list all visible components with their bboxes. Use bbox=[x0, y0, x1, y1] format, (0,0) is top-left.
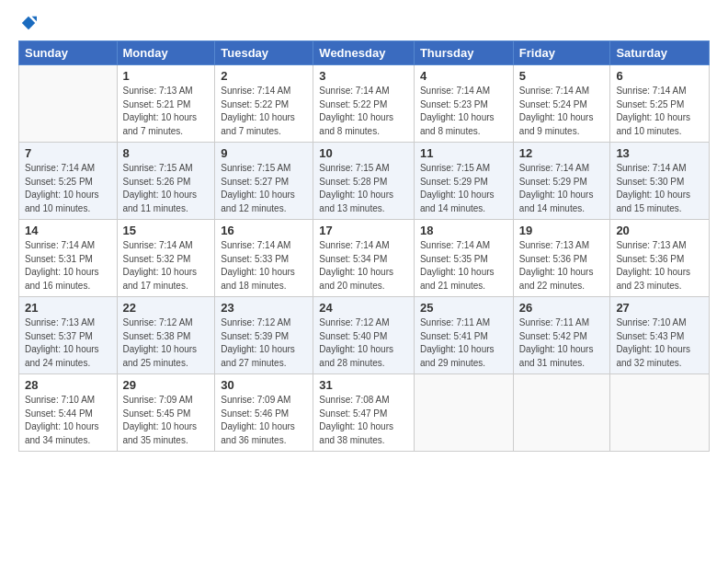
day-number: 23 bbox=[221, 301, 307, 315]
day-cell: 21Sunrise: 7:13 AMSunset: 5:37 PMDayligh… bbox=[19, 297, 118, 374]
day-info: Sunrise: 7:13 AMSunset: 5:37 PMDaylight:… bbox=[25, 316, 111, 370]
day-number: 13 bbox=[616, 146, 703, 160]
day-cell: 18Sunrise: 7:14 AMSunset: 5:35 PMDayligh… bbox=[414, 220, 513, 297]
day-number: 20 bbox=[616, 224, 703, 237]
day-number: 11 bbox=[420, 146, 507, 160]
day-number: 27 bbox=[616, 301, 703, 315]
day-cell: 13Sunrise: 7:14 AMSunset: 5:30 PMDayligh… bbox=[610, 143, 710, 220]
day-cell: 1Sunrise: 7:13 AMSunset: 5:21 PMDaylight… bbox=[117, 65, 215, 143]
day-number: 21 bbox=[25, 301, 111, 315]
day-cell: 16Sunrise: 7:14 AMSunset: 5:33 PMDayligh… bbox=[215, 220, 313, 297]
day-cell bbox=[513, 374, 610, 452]
week-row-0: 1Sunrise: 7:13 AMSunset: 5:21 PMDaylight… bbox=[19, 65, 710, 143]
day-number: 26 bbox=[519, 301, 605, 315]
day-info: Sunrise: 7:12 AMSunset: 5:38 PMDaylight:… bbox=[123, 316, 210, 370]
calendar-table: SundayMondayTuesdayWednesdayThursdayFrid… bbox=[18, 40, 710, 452]
day-info: Sunrise: 7:15 AMSunset: 5:28 PMDaylight:… bbox=[319, 162, 408, 215]
weekday-header-friday: Friday bbox=[513, 41, 610, 65]
page-container: SundayMondayTuesdayWednesdayThursdayFrid… bbox=[0, 0, 728, 563]
day-number: 16 bbox=[221, 224, 307, 237]
day-cell: 11Sunrise: 7:15 AMSunset: 5:29 PMDayligh… bbox=[414, 143, 513, 220]
day-cell: 28Sunrise: 7:10 AMSunset: 5:44 PMDayligh… bbox=[19, 374, 118, 452]
day-number: 3 bbox=[319, 69, 408, 83]
week-row-3: 21Sunrise: 7:13 AMSunset: 5:37 PMDayligh… bbox=[19, 297, 710, 374]
day-number: 24 bbox=[319, 301, 408, 315]
day-info: Sunrise: 7:14 AMSunset: 5:35 PMDaylight:… bbox=[420, 239, 507, 293]
day-cell: 9Sunrise: 7:15 AMSunset: 5:27 PMDaylight… bbox=[215, 143, 313, 220]
day-info: Sunrise: 7:10 AMSunset: 5:43 PMDaylight:… bbox=[616, 316, 703, 370]
day-cell: 4Sunrise: 7:14 AMSunset: 5:23 PMDaylight… bbox=[414, 65, 513, 143]
day-number: 18 bbox=[420, 224, 507, 237]
day-number: 12 bbox=[519, 146, 605, 160]
week-row-4: 28Sunrise: 7:10 AMSunset: 5:44 PMDayligh… bbox=[19, 374, 710, 452]
day-number: 28 bbox=[25, 378, 111, 392]
day-number: 30 bbox=[221, 378, 307, 392]
week-row-2: 14Sunrise: 7:14 AMSunset: 5:31 PMDayligh… bbox=[19, 220, 710, 297]
day-number: 2 bbox=[221, 69, 307, 83]
day-info: Sunrise: 7:13 AMSunset: 5:36 PMDaylight:… bbox=[616, 239, 703, 293]
day-info: Sunrise: 7:13 AMSunset: 5:21 PMDaylight:… bbox=[123, 85, 210, 138]
day-info: Sunrise: 7:15 AMSunset: 5:27 PMDaylight:… bbox=[221, 162, 307, 215]
day-info: Sunrise: 7:13 AMSunset: 5:36 PMDaylight:… bbox=[519, 239, 605, 293]
day-number: 14 bbox=[25, 224, 111, 237]
day-cell: 14Sunrise: 7:14 AMSunset: 5:31 PMDayligh… bbox=[19, 220, 118, 297]
day-number: 6 bbox=[616, 69, 703, 83]
logo bbox=[18, 15, 37, 31]
weekday-header-saturday: Saturday bbox=[610, 41, 710, 65]
day-cell: 29Sunrise: 7:09 AMSunset: 5:45 PMDayligh… bbox=[117, 374, 215, 452]
day-info: Sunrise: 7:11 AMSunset: 5:41 PMDaylight:… bbox=[420, 316, 507, 370]
day-cell: 15Sunrise: 7:14 AMSunset: 5:32 PMDayligh… bbox=[117, 220, 215, 297]
day-number: 31 bbox=[319, 378, 408, 392]
day-number: 10 bbox=[319, 146, 408, 160]
weekday-header-monday: Monday bbox=[117, 41, 215, 65]
day-cell: 23Sunrise: 7:12 AMSunset: 5:39 PMDayligh… bbox=[215, 297, 313, 374]
day-number: 19 bbox=[519, 224, 605, 237]
day-cell: 3Sunrise: 7:14 AMSunset: 5:22 PMDaylight… bbox=[313, 65, 415, 143]
day-info: Sunrise: 7:14 AMSunset: 5:31 PMDaylight:… bbox=[25, 239, 111, 293]
day-number: 29 bbox=[123, 378, 210, 392]
day-cell: 31Sunrise: 7:08 AMSunset: 5:47 PMDayligh… bbox=[313, 374, 415, 452]
day-info: Sunrise: 7:14 AMSunset: 5:29 PMDaylight:… bbox=[519, 162, 605, 215]
day-cell: 10Sunrise: 7:15 AMSunset: 5:28 PMDayligh… bbox=[313, 143, 415, 220]
day-number: 8 bbox=[123, 146, 210, 160]
day-info: Sunrise: 7:10 AMSunset: 5:44 PMDaylight:… bbox=[25, 394, 111, 447]
day-number: 7 bbox=[25, 146, 111, 160]
day-info: Sunrise: 7:12 AMSunset: 5:40 PMDaylight:… bbox=[319, 316, 408, 370]
day-cell: 17Sunrise: 7:14 AMSunset: 5:34 PMDayligh… bbox=[313, 220, 415, 297]
day-cell: 20Sunrise: 7:13 AMSunset: 5:36 PMDayligh… bbox=[610, 220, 710, 297]
day-cell: 5Sunrise: 7:14 AMSunset: 5:24 PMDaylight… bbox=[513, 65, 610, 143]
day-info: Sunrise: 7:14 AMSunset: 5:22 PMDaylight:… bbox=[319, 85, 408, 138]
weekday-header-row: SundayMondayTuesdayWednesdayThursdayFrid… bbox=[19, 41, 710, 65]
day-info: Sunrise: 7:14 AMSunset: 5:34 PMDaylight:… bbox=[319, 239, 408, 293]
weekday-header-sunday: Sunday bbox=[19, 41, 118, 65]
day-cell: 26Sunrise: 7:11 AMSunset: 5:42 PMDayligh… bbox=[513, 297, 610, 374]
day-cell: 25Sunrise: 7:11 AMSunset: 5:41 PMDayligh… bbox=[414, 297, 513, 374]
header bbox=[18, 15, 710, 31]
weekday-header-wednesday: Wednesday bbox=[313, 41, 415, 65]
day-number: 22 bbox=[123, 301, 210, 315]
day-info: Sunrise: 7:09 AMSunset: 5:46 PMDaylight:… bbox=[221, 394, 307, 447]
day-cell: 8Sunrise: 7:15 AMSunset: 5:26 PMDaylight… bbox=[117, 143, 215, 220]
day-cell: 24Sunrise: 7:12 AMSunset: 5:40 PMDayligh… bbox=[313, 297, 415, 374]
day-cell: 12Sunrise: 7:14 AMSunset: 5:29 PMDayligh… bbox=[513, 143, 610, 220]
day-info: Sunrise: 7:11 AMSunset: 5:42 PMDaylight:… bbox=[519, 316, 605, 370]
day-number: 4 bbox=[420, 69, 507, 83]
day-cell: 6Sunrise: 7:14 AMSunset: 5:25 PMDaylight… bbox=[610, 65, 710, 143]
day-cell bbox=[610, 374, 710, 452]
day-info: Sunrise: 7:14 AMSunset: 5:25 PMDaylight:… bbox=[25, 162, 111, 215]
day-info: Sunrise: 7:14 AMSunset: 5:33 PMDaylight:… bbox=[221, 239, 307, 293]
day-info: Sunrise: 7:14 AMSunset: 5:22 PMDaylight:… bbox=[221, 85, 307, 138]
day-info: Sunrise: 7:14 AMSunset: 5:23 PMDaylight:… bbox=[420, 85, 507, 138]
day-number: 15 bbox=[123, 224, 210, 237]
day-cell: 7Sunrise: 7:14 AMSunset: 5:25 PMDaylight… bbox=[19, 143, 118, 220]
day-info: Sunrise: 7:08 AMSunset: 5:47 PMDaylight:… bbox=[319, 394, 408, 447]
day-cell bbox=[414, 374, 513, 452]
day-cell: 2Sunrise: 7:14 AMSunset: 5:22 PMDaylight… bbox=[215, 65, 313, 143]
day-cell bbox=[19, 65, 118, 143]
day-cell: 27Sunrise: 7:10 AMSunset: 5:43 PMDayligh… bbox=[610, 297, 710, 374]
day-cell: 22Sunrise: 7:12 AMSunset: 5:38 PMDayligh… bbox=[117, 297, 215, 374]
day-number: 1 bbox=[123, 69, 210, 83]
day-number: 25 bbox=[420, 301, 507, 315]
week-row-1: 7Sunrise: 7:14 AMSunset: 5:25 PMDaylight… bbox=[19, 143, 710, 220]
day-info: Sunrise: 7:14 AMSunset: 5:24 PMDaylight:… bbox=[519, 85, 605, 138]
